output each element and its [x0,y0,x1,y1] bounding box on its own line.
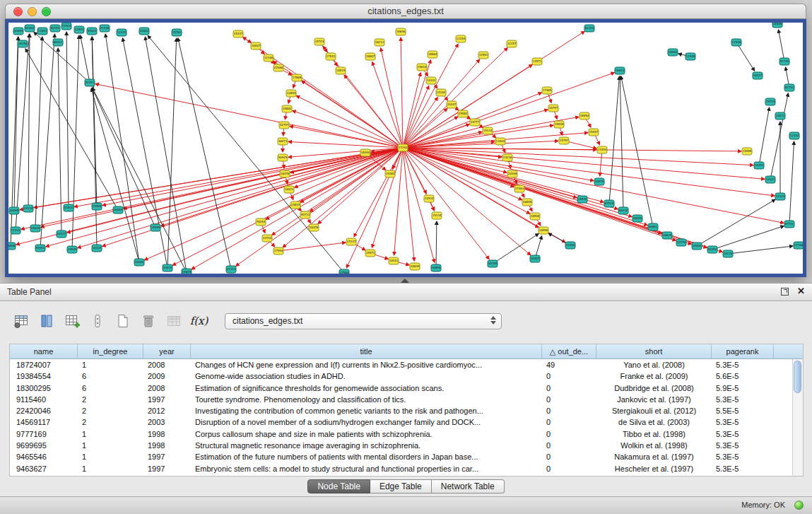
graph-node[interactable]: 15724 [314,38,324,45]
graph-node[interactable]: 17461 [514,185,524,192]
row-height-icon[interactable] [88,312,107,331]
graph-node[interactable]: 22049 [507,170,517,177]
window-titlebar[interactable]: citations_edges.txt [5,4,806,19]
graph-node[interactable]: 18829 [182,269,192,274]
graph-node[interactable]: 16280 [134,259,144,266]
graph-node[interactable]: 18021 [284,186,294,193]
graph-node[interactable]: 26065 [9,207,19,214]
graph-node[interactable]: 22068 [273,64,283,71]
graph-node[interactable]: 17768 [794,242,803,249]
graph-node[interactable]: 72903 [61,23,71,30]
show-columns-icon[interactable] [37,312,56,331]
graph-node[interactable]: 15757 [559,137,569,144]
graph-node[interactable]: 42757 [279,122,289,129]
graph-node[interactable]: 17594 [273,247,283,255]
graph-node[interactable]: 15761 [172,29,182,36]
column-header-name[interactable]: name [10,344,78,358]
graph-node[interactable]: 11548 [731,39,741,46]
graph-node[interactable]: 15595 [151,224,160,231]
graph-node[interactable]: 11432 [789,132,799,139]
table-selector-dropdown[interactable]: citations_edges.txt [225,313,502,329]
graph-node[interactable]: 18757 [548,105,558,112]
graph-node[interactable]: 16625 [662,232,672,239]
graph-node[interactable]: 15247 [233,30,243,37]
graph-node[interactable]: 16646 [396,28,406,35]
graph-node[interactable]: 20531 [64,204,73,211]
graph-node[interactable]: 16895 [522,199,532,206]
graph-node[interactable]: 15699 [30,225,40,232]
graph-node[interactable]: 17240 [398,144,408,151]
network-canvas[interactable]: 2064581063118539219172903118239560321038… [8,23,803,274]
column-header-year[interactable]: year [143,344,191,358]
graph-node[interactable]: 95603 [87,28,97,35]
column-header-out_de[interactable]: △ out_de... [542,344,596,358]
graph-node[interactable]: 17485 [542,87,552,94]
graph-node[interactable]: 91742 [779,58,789,65]
graph-node[interactable]: 18598 [530,213,540,220]
close-window-button[interactable] [13,7,23,16]
graph-node[interactable]: 19384 [385,170,395,177]
graph-node[interactable]: 16462 [692,243,702,250]
graph-node[interactable]: 12450 [565,242,575,249]
graph-node[interactable]: 59051 [35,245,45,252]
graph-node[interactable]: 15958 [742,148,752,155]
graph-node[interactable]: 15134 [483,127,493,134]
table-row[interactable]: 1938455462009Genome-wide association stu… [10,370,803,382]
graph-node[interactable]: 20645 [13,28,23,35]
graph-node[interactable]: 16288 [772,23,782,28]
table-row[interactable]: 1456911722003Disruption of a novel membe… [10,416,803,428]
graph-node[interactable]: 12186 [264,54,273,62]
graph-node[interactable]: 19610 [417,64,427,71]
table-row[interactable]: 969969511998Structural magnetic resonanc… [10,440,803,451]
graph-node[interactable]: 18300 [360,149,370,156]
graph-node[interactable]: 16055 [632,215,642,222]
graph-node[interactable]: 31047 [447,101,457,108]
scrollbar-thumb[interactable] [794,361,801,393]
graph-node[interactable]: 16156 [18,40,28,47]
graph-node[interactable]: 16110 [723,250,733,257]
graph-node[interactable]: 96432 [618,207,628,214]
graph-node[interactable]: 88321 [53,39,63,46]
graph-node[interactable]: 16189 [488,260,498,267]
graph-node[interactable]: 18698 [8,243,16,250]
graph-node[interactable]: 14811 [775,112,785,119]
graph-node[interactable]: 21038 [100,25,110,32]
table-row[interactable]: 977716911998Corpus callosum shape and si… [10,428,803,440]
graph-node[interactable]: 16341 [389,257,399,264]
graph-node[interactable]: 15457 [589,129,599,136]
graph-node[interactable]: 16476 [309,224,319,231]
graph-node[interactable]: 11544 [597,146,607,153]
graph-node[interactable]: 14571 [532,58,542,65]
delete-table-icon[interactable] [139,312,158,331]
graph-node[interactable]: 15949 [554,121,564,128]
graph-node[interactable]: 16251 [754,162,764,169]
graph-node[interactable]: 12157 [507,40,517,47]
table-row[interactable]: 1830029562008Estimation of significance … [10,382,803,394]
tab-network-table[interactable]: Network Table [432,479,505,493]
graph-node[interactable]: 11853 [37,28,47,35]
graph-node[interactable]: 81253 [584,25,594,32]
new-table-icon[interactable] [113,312,132,331]
graph-node[interactable]: 20683 [139,28,149,35]
vertical-scrollbar[interactable] [792,359,803,476]
graph-node[interactable]: 92191 [50,25,60,32]
graph-node[interactable]: 81063 [25,25,35,32]
graph-node[interactable]: 16007 [251,42,261,49]
graph-node[interactable]: 92741 [784,84,794,91]
graph-node[interactable]: 12103 [775,193,785,200]
graph-node[interactable]: 18954 [579,112,589,119]
graph-node[interactable]: 16964 [668,49,678,56]
graph-node[interactable]: 19565 [92,203,102,210]
function-builder-icon[interactable]: f(x) [189,312,208,331]
graph-node[interactable]: 14819 [290,201,300,209]
graph-node[interactable]: 19862 [282,105,292,112]
zoom-window-button[interactable] [42,7,51,16]
graph-node[interactable]: 16959 [431,264,441,271]
graph-node[interactable]: 17584 [339,269,349,274]
table-row[interactable]: 946362711997Embryonic stem cells: a mode… [10,463,803,474]
import-table-icon[interactable] [164,312,183,331]
graph-node[interactable]: 17237 [346,238,356,245]
graph-node[interactable]: 12694 [286,90,296,97]
table-mode-icon[interactable] [11,312,30,331]
graph-node[interactable]: 14162 [436,89,446,96]
